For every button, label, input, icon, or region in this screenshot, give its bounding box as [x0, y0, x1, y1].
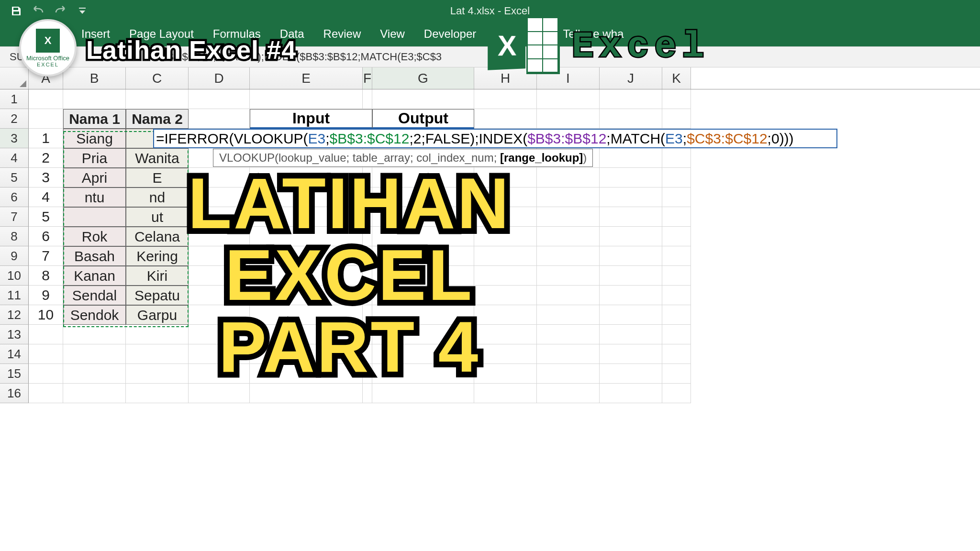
channel-badge: X Microsoft Office EXCEL	[19, 19, 77, 77]
overlay-big-title: LATIHAN EXCEL PART 4	[62, 167, 636, 383]
row-3[interactable]: 3	[0, 129, 29, 148]
quickaccess-more-icon[interactable]	[76, 4, 89, 18]
redo-icon[interactable]	[54, 4, 67, 18]
col-J[interactable]: J	[600, 67, 662, 89]
save-icon[interactable]	[10, 4, 23, 18]
col-E[interactable]: E	[250, 67, 363, 89]
row-7[interactable]: 7	[0, 207, 29, 227]
header-output[interactable]: Output	[372, 109, 474, 129]
row-1[interactable]: 1	[0, 89, 29, 109]
col-C[interactable]: C	[126, 67, 189, 89]
header-input[interactable]: Input	[250, 109, 372, 129]
row-13[interactable]: 13	[0, 325, 29, 344]
undo-icon[interactable]	[32, 4, 45, 18]
col-G[interactable]: G	[372, 67, 474, 89]
row-16[interactable]: 16	[0, 384, 29, 403]
row-6[interactable]: 6	[0, 187, 29, 207]
col-B[interactable]: B	[63, 67, 126, 89]
overlay-excel-text: Excel	[572, 26, 710, 67]
row-5[interactable]: 5	[0, 168, 29, 187]
header-nama2[interactable]: Nama 2	[126, 109, 189, 129]
row-4[interactable]: 4	[0, 148, 29, 168]
col-D[interactable]: D	[189, 67, 250, 89]
col-F[interactable]: F	[363, 67, 372, 89]
excel-icon: X	[36, 29, 60, 53]
row-15[interactable]: 15	[0, 364, 29, 384]
row-14[interactable]: 14	[0, 344, 29, 364]
cell-editing-formula[interactable]: =IFERROR(VLOOKUP(E3;$B$3:$C$12;2;FALSE);…	[153, 129, 837, 148]
row-8[interactable]: 8	[0, 227, 29, 246]
tab-developer[interactable]: Developer	[424, 27, 476, 41]
select-all-corner[interactable]	[0, 67, 29, 89]
tab-review[interactable]: Review	[323, 27, 361, 41]
col-K[interactable]: K	[662, 67, 691, 89]
row-10[interactable]: 10	[0, 266, 29, 286]
row-11[interactable]: 11	[0, 286, 29, 305]
overlay-series-label: Latihan Excel #4	[86, 35, 296, 65]
tab-view[interactable]: View	[380, 27, 405, 41]
row-9[interactable]: 9	[0, 246, 29, 266]
row-12[interactable]: 12	[0, 305, 29, 325]
header-nama1[interactable]: Nama 1	[63, 109, 126, 129]
row-2[interactable]: 2	[0, 109, 29, 129]
excel-logo-big: X	[488, 12, 560, 84]
